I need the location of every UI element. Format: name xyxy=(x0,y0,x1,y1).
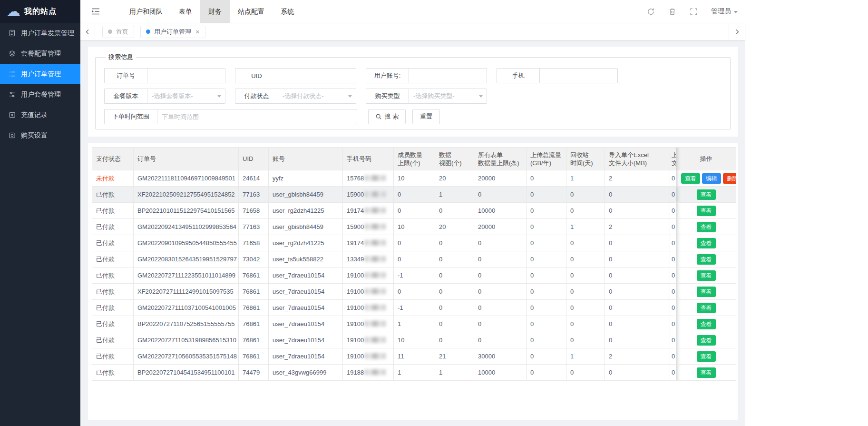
table-row: 已付款GM2022072711122355101101489976861user… xyxy=(92,267,736,284)
edit-button[interactable]: 编辑 xyxy=(702,173,721,184)
cell-status: 已付款 xyxy=(92,187,134,203)
user-account-input[interactable] xyxy=(409,68,487,83)
cell-account: user_7draeu10154 xyxy=(269,267,343,284)
cell-views: 0 xyxy=(435,235,474,251)
admin-menu[interactable]: 管理员 xyxy=(711,7,738,16)
chevron-down-icon xyxy=(479,95,483,98)
view-button[interactable]: 查看 xyxy=(697,319,716,329)
close-icon[interactable]: × xyxy=(195,28,200,35)
cell-account: user_gbisbh84459 xyxy=(269,219,343,235)
tabs-scroll-right-icon[interactable] xyxy=(729,23,745,40)
topnav-tab[interactable]: 系统 xyxy=(273,0,302,23)
cell-forms: 0 xyxy=(474,251,527,267)
column-header-order: 订单号 xyxy=(134,148,239,170)
cell-excel: 0 xyxy=(605,365,670,381)
cell-ops: 查看 xyxy=(676,235,736,251)
topnav-tab[interactable]: 站点配置 xyxy=(230,0,273,23)
sidebar-item[interactable]: 购买设置 xyxy=(0,125,80,146)
cell-excel: 0 xyxy=(605,284,670,300)
cell-traffic: 0 xyxy=(527,219,566,235)
sidebar-item[interactable]: 用户订单发票管理 xyxy=(0,23,80,43)
search-row-2: 套餐版本 -选择套餐版本- 付款状态 -选择付款状态- xyxy=(104,89,722,104)
cell-clipped: 0 xyxy=(670,365,676,381)
refresh-icon[interactable] xyxy=(647,8,655,16)
view-button[interactable]: 查看 xyxy=(697,367,716,378)
cell-members: 0 xyxy=(394,284,435,300)
top-navbar: 用户和团队表单财务站点配置系统 管理员 xyxy=(80,0,745,23)
page-tab-label: 用户订单管理 xyxy=(154,28,191,36)
phone-prefix: 19100 xyxy=(347,320,364,327)
purchase-type-field: 购买类型 -选择购买类型- xyxy=(366,89,487,104)
sidebar-item[interactable]: 用户套餐管理 xyxy=(0,84,80,105)
cell-recycle: 0 xyxy=(566,316,605,332)
topnav-tab[interactable]: 财务 xyxy=(200,0,230,23)
topnav-tab[interactable]: 表单 xyxy=(171,0,200,23)
uid-input[interactable] xyxy=(278,68,356,83)
view-button[interactable]: 查看 xyxy=(697,254,716,265)
cell-members: 10 xyxy=(394,219,435,235)
cell-members: 10 xyxy=(394,332,435,348)
cell-ops: 查看 xyxy=(676,203,736,219)
view-button[interactable]: 查看 xyxy=(697,222,716,232)
fullscreen-icon[interactable] xyxy=(690,8,698,16)
purchase-settings-icon xyxy=(8,132,16,139)
order-time-range-input[interactable] xyxy=(157,109,357,124)
column-header-uid: UID xyxy=(239,148,269,170)
cell-forms: 0 xyxy=(474,284,527,300)
topnav-tab[interactable]: 用户和团队 xyxy=(121,0,171,23)
delete-button[interactable]: 删除 xyxy=(723,173,736,184)
view-button[interactable]: 查看 xyxy=(697,270,716,281)
orders-table-panel: 支付状态订单号UID账号手机号码成员数量上限(个)数据视图(个)所有表单数据量上… xyxy=(88,143,738,420)
search-panel: 搜索信息 订单号 UID 用户账号: xyxy=(88,47,738,137)
cell-traffic: 0 xyxy=(527,235,566,251)
cell-account: user_7draeu10154 xyxy=(269,284,343,300)
topnav-tabs: 用户和团队表单财务站点配置系统 xyxy=(121,0,302,23)
phone-prefix: 19100 xyxy=(347,353,364,360)
cell-recycle: 0 xyxy=(566,267,605,284)
cell-members: 1 xyxy=(394,316,435,332)
column-header-traffic: 上传总流量(GB/年) xyxy=(527,148,566,170)
view-button[interactable]: 查看 xyxy=(681,173,700,184)
cell-order: BP20220727104541534951100101 xyxy=(134,365,239,381)
admin-label: 管理员 xyxy=(711,7,731,16)
cell-account: user_7draeu10154 xyxy=(269,300,343,316)
cell-excel: 0 xyxy=(605,251,670,267)
view-button[interactable]: 查看 xyxy=(697,238,716,248)
view-button[interactable]: 查看 xyxy=(697,303,716,313)
view-button[interactable]: 查看 xyxy=(697,189,716,200)
page-tab[interactable]: 用户订单管理× xyxy=(140,26,205,38)
sidebar-item[interactable]: 套餐配置管理 xyxy=(0,43,80,64)
page-tab[interactable]: 首页 xyxy=(102,26,134,38)
view-button[interactable]: 查看 xyxy=(697,335,716,346)
view-button[interactable]: 查看 xyxy=(697,206,716,216)
cell-clipped: 0 xyxy=(670,170,676,187)
cell-status: 已付款 xyxy=(92,365,134,381)
cell-ops: 查看 xyxy=(676,300,736,316)
view-button[interactable]: 查看 xyxy=(697,287,716,297)
view-button[interactable]: 查看 xyxy=(697,351,716,362)
package-version-select[interactable]: -选择套餐版本- xyxy=(147,89,225,104)
reset-button[interactable]: 重置 xyxy=(412,109,440,124)
phone-input[interactable] xyxy=(539,68,618,83)
payment-status-select[interactable]: -选择付款状态- xyxy=(278,89,356,104)
collapse-menu-icon[interactable] xyxy=(80,0,111,23)
trash-icon[interactable] xyxy=(668,8,676,16)
order-number-input[interactable] xyxy=(147,68,225,83)
search-button[interactable]: 搜 索 xyxy=(368,109,406,124)
tab-dot-icon xyxy=(146,30,150,34)
cell-recycle: 1 xyxy=(566,170,605,187)
cell-views: 20 xyxy=(435,219,474,235)
cell-forms: 10000 xyxy=(474,203,527,219)
cell-recycle: 0 xyxy=(566,365,605,381)
sidebar-item[interactable]: 用户订单管理 xyxy=(0,64,80,84)
sidebar-item[interactable]: 充值记录 xyxy=(0,105,80,125)
cell-phone: 19100 xyxy=(343,348,394,365)
cell-forms: 0 xyxy=(474,332,527,348)
purchase-type-select[interactable]: -选择购买类型- xyxy=(409,89,487,104)
cell-status: 已付款 xyxy=(92,316,134,332)
cell-views: 0 xyxy=(435,267,474,284)
tabs-scroll-left-icon[interactable] xyxy=(80,23,95,40)
cell-ops: 查看 xyxy=(676,267,736,284)
table-row: 已付款XF2022072711112499101509753576861user… xyxy=(92,284,736,300)
cell-forms: 0 xyxy=(474,267,527,284)
